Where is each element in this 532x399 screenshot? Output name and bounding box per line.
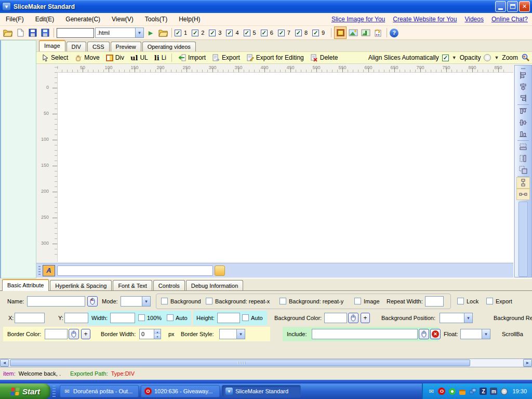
bg-color-pick-button[interactable]: [348, 313, 358, 323]
slice-checkbox-7[interactable]: ✓: [278, 30, 285, 36]
save-as-button[interactable]: [39, 27, 51, 38]
filename-input[interactable]: [57, 28, 94, 38]
zoom-magnifier-icon[interactable]: [521, 54, 530, 62]
generate-button[interactable]: ▶: [145, 27, 156, 38]
y-input[interactable]: [64, 313, 88, 323]
border-color-pick-button[interactable]: [69, 329, 79, 339]
link-create-website[interactable]: Create Website for You: [393, 16, 457, 23]
repeat-width-input[interactable]: [425, 296, 444, 307]
include-clear-button[interactable]: ✕: [430, 329, 441, 339]
include-pick-button[interactable]: [419, 329, 429, 339]
border-color-add-button[interactable]: +: [81, 329, 90, 339]
export-button[interactable]: Export: [209, 54, 243, 62]
float-dropdown-icon[interactable]: ▼: [482, 329, 490, 339]
menu-generate[interactable]: Generate(C): [60, 16, 106, 23]
float-select[interactable]: ▼: [460, 329, 490, 339]
tab-operating-videos[interactable]: Operating videos: [142, 42, 196, 51]
tray-mail-icon[interactable]: ✉: [427, 387, 435, 395]
name-input[interactable]: [27, 296, 85, 307]
close-button[interactable]: ✕: [519, 1, 530, 12]
minimize-button[interactable]: [495, 1, 506, 12]
tray-firewall-icon[interactable]: [458, 387, 467, 395]
taskbar-grip-icon[interactable]: [52, 385, 56, 397]
tab-preview[interactable]: Preview: [111, 42, 141, 51]
width-100pct-checkbox[interactable]: [138, 314, 145, 321]
same-size-button[interactable]: [516, 164, 530, 176]
tab-font-text[interactable]: Font & Text: [113, 280, 152, 290]
tray-network-icon[interactable]: [469, 387, 477, 395]
tray-timer-icon[interactable]: [500, 387, 508, 395]
align-left-button[interactable]: [516, 70, 530, 81]
opacity-control[interactable]: [484, 54, 491, 61]
tray-miranda-icon[interactable]: m: [489, 387, 498, 395]
menu-view[interactable]: View(V): [106, 16, 139, 23]
task-opera[interactable]: O 1020:636 - Giveaway...: [141, 385, 220, 397]
same-height-button[interactable]: [516, 153, 530, 164]
extension-dropdown-icon[interactable]: ▼: [135, 28, 143, 37]
mode-select[interactable]: ▼: [121, 296, 151, 307]
insert-image-button[interactable]: [360, 27, 371, 38]
bg-repeat-y-checkbox[interactable]: [280, 298, 286, 304]
same-width-button[interactable]: [516, 141, 530, 153]
extension-select[interactable]: .html ▼: [95, 28, 144, 38]
align-slices-checkbox[interactable]: ✓: [442, 55, 449, 61]
opacity-dropdown-icon[interactable]: ▼: [494, 55, 499, 60]
border-style-select[interactable]: ▼: [219, 329, 245, 339]
height-auto-checkbox[interactable]: [242, 314, 249, 321]
name-pick-button[interactable]: [87, 296, 98, 307]
menu-file[interactable]: File(F): [0, 16, 30, 23]
tab-image[interactable]: Image: [39, 40, 65, 51]
li-button[interactable]: li Li: [152, 54, 169, 62]
export-xml-button[interactable]: [373, 27, 384, 38]
slice-checkbox-6[interactable]: ✓: [261, 30, 268, 36]
scrollbar-thumb[interactable]: [10, 360, 470, 366]
slice-checkbox-9[interactable]: ✓: [312, 30, 319, 36]
start-button[interactable]: Start: [0, 383, 50, 399]
tab-div[interactable]: DIV: [66, 42, 86, 51]
width-input[interactable]: [110, 313, 135, 323]
slice-checkbox-4[interactable]: ✓: [226, 30, 233, 36]
table-view-button[interactable]: [334, 26, 347, 39]
tab-debug-information[interactable]: Debug Information: [186, 280, 244, 290]
border-style-dropdown-icon[interactable]: ▼: [236, 329, 245, 339]
link-videos[interactable]: Videos: [464, 16, 483, 23]
task-slicemaker[interactable]: ▼ SliceMaker Standard: [222, 385, 301, 397]
tab-controls[interactable]: Controls: [153, 280, 185, 290]
div-button[interactable]: Div: [103, 54, 127, 61]
align-top-button[interactable]: [516, 105, 530, 117]
x-input[interactable]: [15, 313, 45, 323]
bg-position-dropdown-icon[interactable]: ▼: [464, 313, 472, 323]
menu-help[interactable]: Help(H): [173, 16, 206, 23]
select-button[interactable]: Select: [39, 54, 71, 62]
toolbar-grip-icon[interactable]: ...: [521, 65, 525, 70]
align-middle-button[interactable]: [516, 117, 530, 128]
background-checkbox[interactable]: [161, 298, 168, 304]
horizontal-scrollbar[interactable]: ◄ ►: [0, 358, 532, 367]
save-button[interactable]: [27, 27, 38, 38]
include-input[interactable]: [312, 329, 418, 339]
browse-folder-button[interactable]: [215, 265, 225, 276]
align-right-button[interactable]: [516, 92, 530, 104]
tab-hyperlink-spacing[interactable]: Hyperlink & Spacing: [50, 280, 112, 290]
bg-position-select[interactable]: ▼: [440, 313, 473, 323]
slice-checkbox-1[interactable]: ✓: [175, 30, 181, 36]
task-outlook[interactable]: ✉ Doručená pošta - Out...: [60, 385, 139, 397]
spin-down-icon[interactable]: ▼: [154, 334, 161, 339]
tray-zonealarm-icon[interactable]: Z: [479, 387, 487, 395]
bg-color-input[interactable]: [324, 313, 347, 323]
slicemaker-logo-button[interactable]: A: [43, 265, 55, 276]
align-bottom-button[interactable]: [516, 128, 530, 140]
export-image-button[interactable]: [348, 27, 359, 38]
bg-color-add-button[interactable]: +: [361, 313, 370, 323]
menu-tools[interactable]: Tools(T): [139, 16, 173, 23]
bg-repeat-x-checkbox[interactable]: [206, 298, 212, 304]
spin-up-icon[interactable]: ▲: [154, 329, 161, 334]
export-for-editing-button[interactable]: Export for Editing: [244, 54, 307, 62]
new-file-button[interactable]: [15, 27, 26, 38]
move-button[interactable]: Move: [72, 54, 102, 62]
drag-grip-icon[interactable]: [38, 266, 41, 275]
delete-button[interactable]: Delete: [308, 54, 341, 62]
mode-dropdown-icon[interactable]: ▼: [142, 297, 150, 306]
slice-checkbox-5[interactable]: ✓: [244, 30, 250, 36]
tray-messenger-icon[interactable]: [448, 387, 456, 395]
